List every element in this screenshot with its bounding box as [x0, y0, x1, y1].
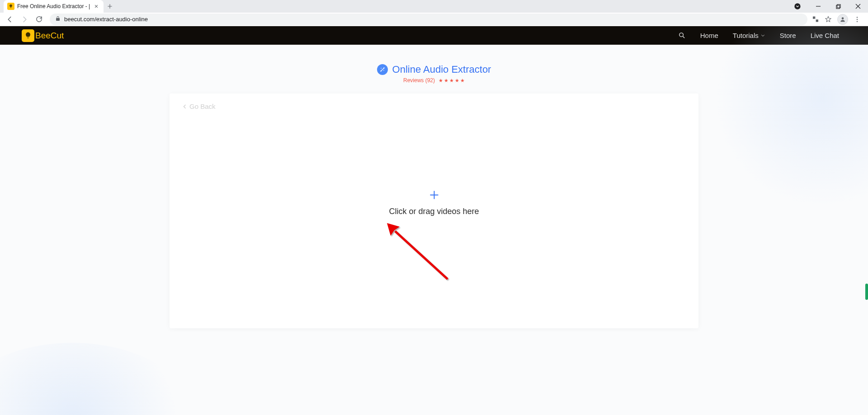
star-icon: ★ [449, 78, 454, 84]
extension-badge-icon[interactable] [794, 3, 801, 10]
page-content: BeeCut Home Tutorials Store Live Chat On… [0, 26, 868, 415]
reload-button[interactable] [33, 13, 45, 26]
chevron-left-icon [182, 103, 188, 110]
lock-icon [55, 15, 61, 23]
minimize-window-icon[interactable] [812, 0, 825, 13]
audio-extractor-icon [377, 64, 388, 75]
brand-name: BeeCut [35, 31, 64, 41]
maximize-window-icon[interactable] [832, 0, 844, 13]
go-back-label: Go Back [189, 103, 216, 110]
close-window-icon[interactable] [852, 0, 864, 13]
drop-zone[interactable]: Click or drag videos here [389, 190, 479, 216]
nav-home[interactable]: Home [693, 32, 726, 39]
svg-point-8 [380, 70, 381, 71]
svg-point-5 [857, 19, 858, 19]
svg-point-7 [679, 33, 684, 37]
reviews-row[interactable]: Reviews (92) ★ ★ ★ ★ ★ [0, 77, 868, 84]
profile-avatar-icon[interactable] [837, 14, 848, 25]
reviews-count: Reviews (92) [403, 77, 435, 84]
tab-favicon-icon [7, 3, 14, 10]
page-title: Online Audio Extractor [392, 64, 491, 75]
star-icon: ★ [460, 78, 465, 84]
svg-point-4 [857, 17, 858, 18]
svg-rect-2 [837, 4, 840, 7]
star-icon: ★ [444, 78, 448, 84]
search-icon[interactable] [671, 32, 693, 39]
hero: Online Audio Extractor Reviews (92) ★ ★ … [0, 45, 868, 93]
address-bar[interactable]: beecut.com/extract-audio-online [50, 14, 807, 25]
close-tab-icon[interactable] [93, 3, 100, 10]
svg-point-3 [842, 17, 844, 19]
scrollbar-thumb[interactable] [865, 284, 868, 300]
drop-zone-label: Click or drag videos here [389, 207, 479, 216]
brand[interactable]: BeeCut [22, 29, 64, 42]
upload-card: Go Back Click or drag videos here [170, 93, 698, 328]
svg-point-9 [383, 67, 384, 68]
svg-point-0 [794, 3, 800, 9]
svg-point-6 [857, 21, 858, 22]
star-rating: ★ ★ ★ ★ ★ [439, 78, 465, 84]
forward-button[interactable] [18, 13, 31, 26]
svg-rect-1 [836, 5, 839, 8]
tab-title: Free Online Audio Extractor - | [17, 3, 90, 9]
star-icon: ★ [455, 78, 459, 84]
browser-tab-bar: Free Online Audio Extractor - | [0, 0, 868, 13]
back-button[interactable] [4, 13, 16, 26]
translate-icon[interactable] [812, 16, 819, 23]
url-text: beecut.com/extract-audio-online [64, 16, 802, 23]
window-controls [794, 0, 868, 13]
browser-toolbar: beecut.com/extract-audio-online [0, 13, 868, 26]
bookmark-star-icon[interactable] [825, 16, 832, 23]
new-tab-button[interactable] [104, 0, 116, 13]
go-back-button[interactable]: Go Back [182, 103, 686, 110]
star-icon: ★ [439, 78, 443, 84]
brand-logo-icon [22, 29, 34, 42]
plus-icon [389, 190, 479, 202]
menu-dots-icon[interactable] [854, 16, 861, 23]
decorative-blob [0, 343, 199, 415]
browser-tab[interactable]: Free Online Audio Extractor - | [4, 0, 104, 13]
